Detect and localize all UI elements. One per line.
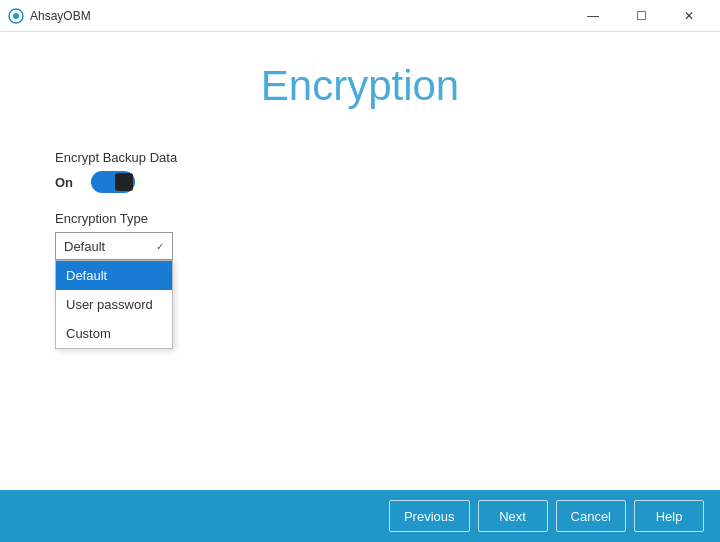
dropdown-option-default[interactable]: Default <box>56 261 172 290</box>
dropdown-option-user-password[interactable]: User password <box>56 290 172 319</box>
toggle-state-label: On <box>55 175 75 190</box>
dropdown-selected-value[interactable]: Default ✓ <box>55 232 173 260</box>
previous-button[interactable]: Previous <box>389 500 470 532</box>
toggle-knob <box>115 173 133 191</box>
page-title: Encryption <box>55 62 665 110</box>
toggle-row: On <box>55 171 665 193</box>
maximize-button[interactable]: ☐ <box>618 0 664 32</box>
title-bar: AhsayOBM — ☐ ✕ <box>0 0 720 32</box>
title-bar-controls: — ☐ ✕ <box>570 0 712 32</box>
minimize-button[interactable]: — <box>570 0 616 32</box>
footer-bar: Previous Next Cancel Help <box>0 490 720 542</box>
form-section: Encrypt Backup Data On Encryption Type D… <box>55 150 665 260</box>
cancel-button[interactable]: Cancel <box>556 500 626 532</box>
chevron-down-icon: ✓ <box>156 241 164 252</box>
encrypt-backup-label: Encrypt Backup Data <box>55 150 665 165</box>
close-button[interactable]: ✕ <box>666 0 712 32</box>
dropdown-option-custom[interactable]: Custom <box>56 319 172 348</box>
encryption-type-dropdown[interactable]: Default ✓ Default User password Custom <box>55 232 173 260</box>
title-bar-left: AhsayOBM <box>8 8 91 24</box>
help-button[interactable]: Help <box>634 500 704 532</box>
app-icon <box>8 8 24 24</box>
main-content: Encryption Encrypt Backup Data On Encryp… <box>0 32 720 490</box>
dropdown-selected-text: Default <box>64 239 105 254</box>
encryption-type-label: Encryption Type <box>55 211 665 226</box>
svg-point-1 <box>13 13 19 19</box>
app-title: AhsayOBM <box>30 9 91 23</box>
encrypt-toggle[interactable] <box>91 171 135 193</box>
next-button[interactable]: Next <box>478 500 548 532</box>
dropdown-options-list: Default User password Custom <box>55 260 173 349</box>
